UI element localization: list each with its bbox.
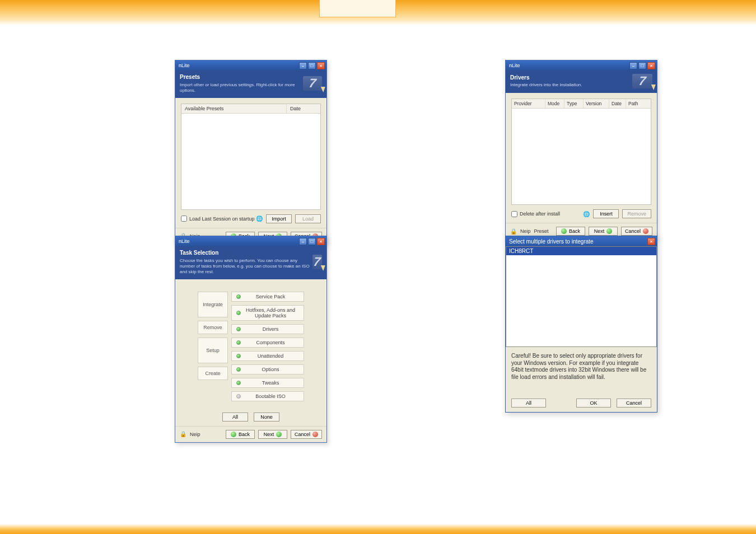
window-drivers: nLite – □ × Drivers Integrate drivers in… [505, 60, 657, 240]
cancel-button[interactable]: Cancel [621, 227, 652, 236]
col-available[interactable]: Available Presets [181, 104, 287, 113]
insert-button[interactable]: Insert [593, 209, 619, 218]
next-button[interactable]: Next [589, 227, 618, 236]
col-path[interactable]: Path [626, 99, 651, 108]
group-remove[interactable]: Remove [198, 321, 228, 334]
task-drivers[interactable]: Drivers [231, 324, 304, 334]
col-date[interactable]: Date [287, 104, 320, 113]
nlite-logo-icon: 7 [312, 255, 322, 269]
col-mode[interactable]: Mode [545, 99, 564, 108]
back-button[interactable]: Back [556, 227, 585, 236]
dialog-title: Select multiple drivers to integrate [509, 238, 594, 245]
banner: Task Selection Choose the tasks you wish… [175, 246, 326, 279]
nlite-logo-icon: 7 [632, 74, 652, 88]
refresh-icon[interactable]: 🌐 [583, 211, 590, 217]
load-button[interactable]: Load [295, 214, 321, 223]
lock-icon: 🔒 [180, 431, 186, 437]
import-button[interactable]: Import [266, 214, 292, 223]
drivers-table[interactable]: Provider Mode Type Version Date Path [511, 99, 651, 205]
close-button[interactable]: × [317, 238, 325, 245]
task-unattended[interactable]: Unattended [231, 351, 304, 361]
close-button[interactable]: × [647, 238, 655, 245]
banner-subheading: Choose the tasks you wish to perform. Yo… [180, 258, 312, 275]
selected-folder[interactable]: ICH8RCT [506, 247, 656, 255]
nlite-logo-icon: 7 [303, 76, 322, 91]
task-tweaks[interactable]: Tweaks [231, 378, 304, 388]
col-type[interactable]: Type [564, 99, 584, 108]
group-create[interactable]: Create [198, 367, 228, 380]
banner-subheading: Import other or load previous settings. … [180, 82, 303, 93]
close-button[interactable]: × [317, 62, 325, 69]
banner: Presets Import other or load previous se… [175, 71, 326, 98]
ok-button[interactable]: OK [576, 399, 611, 407]
banner-subheading: Integrate drivers into the installation. [510, 82, 582, 88]
titlebar[interactable]: nLite – □ × [175, 236, 326, 246]
window-title: nLite [179, 238, 190, 244]
minimize-button[interactable]: – [299, 238, 307, 245]
titlebar[interactable]: nLite – □ × [506, 60, 657, 71]
load-last-label: Load Last Session on startup [189, 216, 255, 222]
banner-heading: Task Selection [180, 250, 312, 257]
none-button[interactable]: None [254, 413, 279, 421]
page-bottom-band [0, 524, 756, 534]
maximize-button[interactable]: □ [308, 238, 316, 245]
task-bootable-iso[interactable]: Bootable ISO [231, 391, 304, 401]
task-hotfixes[interactable]: Hotfixes, Add-ons and Update Packs [231, 305, 304, 321]
close-button[interactable]: × [647, 62, 655, 69]
maximize-button[interactable]: □ [638, 62, 646, 69]
task-options[interactable]: Options [231, 364, 304, 374]
page-top-band [0, 0, 756, 25]
task-service-pack[interactable]: Service Pack [231, 292, 304, 302]
remove-button[interactable]: Remove [622, 209, 651, 218]
next-button[interactable]: Next [258, 430, 287, 439]
footer-left-label[interactable]: Neip [520, 228, 531, 234]
minimize-button[interactable]: – [299, 62, 307, 69]
delete-after-install-checkbox[interactable]: Delete after install [511, 211, 560, 217]
load-last-session-checkbox[interactable]: Load Last Session on startup [181, 216, 255, 222]
footer-left-label[interactable]: Neip [190, 432, 200, 437]
cancel-button[interactable]: Cancel [291, 430, 322, 439]
maximize-button[interactable]: □ [308, 62, 316, 69]
banner: Drivers Integrate drivers into the insta… [506, 71, 657, 93]
group-setup[interactable]: Setup [198, 338, 228, 363]
dialog-select-drivers: Select multiple drivers to integrate × I… [505, 236, 657, 413]
titlebar[interactable]: nLite – □ × [175, 60, 326, 71]
group-integrate[interactable]: Integrate [198, 292, 228, 317]
warning-text: Careful! Be sure to select only appropri… [506, 347, 657, 394]
footer-preset-label[interactable]: Preset [534, 228, 549, 234]
back-button[interactable]: Back [226, 430, 255, 439]
banner-heading: Presets [180, 74, 303, 81]
driver-folder-list[interactable]: ICH8RCT [506, 246, 657, 347]
preset-list[interactable]: Available Presets Date [181, 104, 321, 210]
refresh-icon[interactable]: 🌐 [256, 216, 263, 222]
window-presets: nLite – □ × Presets Import other or load… [175, 60, 327, 245]
window-title: nLite [509, 63, 520, 68]
all-button[interactable]: All [511, 399, 546, 407]
lock-icon: 🔒 [510, 228, 517, 235]
titlebar[interactable]: Select multiple drivers to integrate × [506, 236, 657, 246]
window-tasks: nLite – □ × Task Selection Choose the ta… [175, 236, 327, 443]
all-button[interactable]: All [222, 413, 248, 421]
banner-heading: Drivers [510, 74, 582, 82]
task-components[interactable]: Components [231, 338, 304, 348]
minimize-button[interactable]: – [629, 62, 637, 69]
col-date[interactable]: Date [609, 99, 626, 108]
delete-after-label: Delete after install [520, 211, 560, 217]
window-title: nLite [179, 63, 190, 68]
cancel-button[interactable]: Cancel [617, 399, 651, 407]
col-version[interactable]: Version [584, 99, 609, 108]
col-provider[interactable]: Provider [512, 99, 545, 108]
